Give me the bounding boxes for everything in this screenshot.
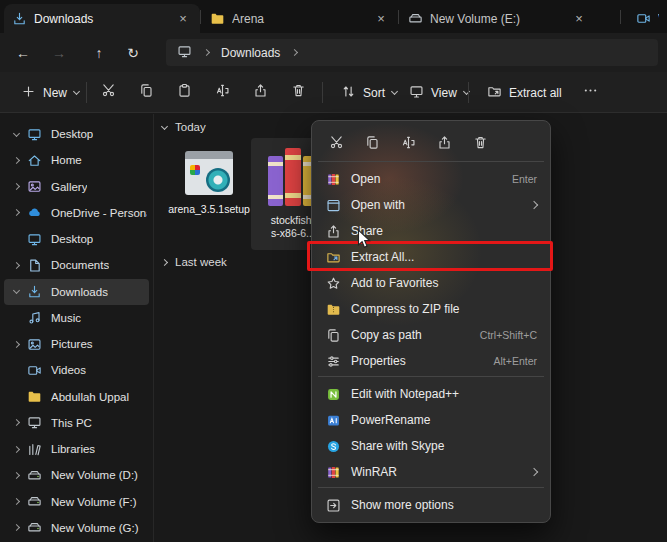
new-button[interactable]: New	[10, 79, 90, 106]
share-button[interactable]	[244, 79, 276, 106]
menu-item-share[interactable]: Share	[316, 218, 546, 244]
menu-item-show-more-options[interactable]: Show more options	[316, 492, 546, 518]
expand-chevron-icon[interactable]	[11, 158, 22, 163]
sidebar-item-home[interactable]: Home	[4, 147, 149, 173]
expand-chevron-icon[interactable]	[11, 184, 22, 189]
context-menu-quick-actions	[316, 125, 546, 159]
up-button[interactable]: ↑	[85, 40, 113, 66]
quick-delete-button[interactable]	[465, 128, 496, 156]
expand-chevron-icon[interactable]	[11, 473, 22, 478]
titlebar: Downloads×Arena×New Volume (E:)×Videos	[0, 0, 667, 33]
menu-item-edit-with-notepad[interactable]: Edit with Notepad++	[316, 381, 546, 407]
sort-button[interactable]: Sort	[330, 79, 408, 106]
sidebar-item-gallery[interactable]: Gallery	[4, 174, 149, 200]
menu-item-powerrename[interactable]: PowerRename	[316, 407, 546, 433]
paste-icon	[177, 83, 192, 102]
sidebar-item-label: Desktop	[51, 128, 93, 140]
menu-item-label: Properties	[351, 354, 484, 368]
quick-cut-button[interactable]	[321, 128, 352, 156]
plus-icon	[21, 84, 36, 102]
sidebar-item-new-volume-g[interactable]: New Volume (G:)	[4, 515, 149, 541]
sidebar-item-new-volume-d[interactable]: New Volume (D:)	[4, 462, 149, 488]
expand-chevron-icon[interactable]	[11, 447, 22, 452]
menu-item-extract-all[interactable]: Extract All...	[316, 244, 546, 270]
quick-copy-button[interactable]	[357, 128, 388, 156]
menu-item-winrar[interactable]: WinRAR	[316, 459, 546, 485]
rename-button[interactable]	[206, 79, 238, 106]
menu-item-add-to-favorites[interactable]: Add to Favorites	[316, 270, 546, 296]
ellipsis-icon	[583, 83, 598, 102]
command-bar: New Sort View Extract all	[0, 72, 667, 113]
extract-all-button[interactable]: Extract all	[476, 79, 573, 106]
menu-item-compress-to-zip-file[interactable]: Compress to ZIP file	[316, 296, 546, 322]
sidebar-item-videos[interactable]: Videos	[4, 357, 149, 383]
sidebar-item-label: Abdullah Uppal	[51, 391, 129, 403]
tab-videos[interactable]: Videos	[628, 4, 667, 33]
expand-chevron-icon[interactable]	[11, 525, 22, 530]
cut-button[interactable]	[92, 79, 124, 106]
tab-new-volume-e[interactable]: New Volume (E:)×	[400, 4, 596, 33]
sidebar-item-label: Gallery	[51, 181, 87, 193]
tab-downloads[interactable]: Downloads×	[4, 4, 200, 33]
expand-chevron-icon[interactable]	[11, 290, 22, 293]
quick-share-button[interactable]	[429, 128, 460, 156]
menu-item-copy-as-path[interactable]: Copy as pathCtrl+Shift+C	[316, 322, 546, 348]
menu-item-share-with-skype[interactable]: Share with Skype	[316, 433, 546, 459]
onedrive-icon	[27, 205, 46, 220]
tab-downloads-icon	[12, 11, 27, 26]
sidebar-item-label: New Volume (G:)	[51, 522, 139, 534]
sidebar-item-music[interactable]: Music	[4, 305, 149, 331]
address-bar[interactable]: Downloads	[166, 39, 658, 66]
more-options-button[interactable]	[574, 79, 606, 106]
tab-close-button[interactable]: ×	[372, 10, 390, 28]
menu-item-open[interactable]: OpenEnter	[316, 166, 546, 192]
videos-icon	[27, 363, 46, 378]
tab-folder-icon	[210, 11, 225, 26]
expand-chevron-icon[interactable]	[11, 263, 22, 268]
user-folder-icon	[27, 389, 46, 404]
quick-rename-button[interactable]	[393, 128, 424, 156]
expand-chevron-icon[interactable]	[11, 342, 22, 347]
tab-close-button[interactable]: ×	[570, 10, 588, 28]
paste-button[interactable]	[168, 79, 200, 106]
back-button[interactable]: ←	[9, 40, 37, 66]
sidebar-item-downloads[interactable]: Downloads	[4, 279, 149, 305]
section-header-last-week[interactable]: Last week	[162, 256, 227, 268]
sidebar-item-new-volume-f[interactable]: New Volume (F:)	[4, 489, 149, 515]
tab-arena[interactable]: Arena×	[202, 4, 398, 33]
chevron-down-icon	[391, 88, 398, 95]
breadcrumb-item-downloads[interactable]: Downloads	[221, 46, 280, 60]
tab-close-button[interactable]: ×	[174, 10, 192, 28]
section-label: Last week	[175, 256, 227, 268]
monitor-icon	[177, 44, 192, 62]
file-arena-setup[interactable]: arena_3.5.1setup	[166, 138, 252, 244]
expand-chevron-icon[interactable]	[11, 210, 22, 215]
sidebar-item-desktop[interactable]: Desktop	[4, 226, 149, 252]
chevron-down-icon	[73, 88, 80, 95]
menu-item-open-with[interactable]: Open with	[316, 192, 546, 218]
favorite-icon	[325, 276, 341, 291]
sidebar-item-label: Desktop	[51, 233, 93, 245]
breadcrumb-chevron-icon[interactable]	[291, 49, 298, 56]
expand-chevron-icon[interactable]	[11, 499, 22, 504]
sidebar-item-libraries[interactable]: Libraries	[4, 436, 149, 462]
refresh-button[interactable]: ↻	[119, 40, 147, 66]
libraries-icon	[27, 442, 46, 457]
sidebar-item-abdullah-uppal[interactable]: Abdullah Uppal	[4, 384, 149, 410]
menu-item-label: PowerRename	[351, 413, 537, 427]
sidebar-item-documents[interactable]: Documents	[4, 252, 149, 278]
section-label: Today	[175, 121, 206, 133]
expand-chevron-icon[interactable]	[11, 420, 22, 425]
delete-button[interactable]	[282, 79, 314, 106]
forward-button[interactable]: →	[45, 40, 73, 66]
sidebar-item-pictures[interactable]: Pictures	[4, 331, 149, 357]
section-header-today[interactable]: Today	[162, 121, 206, 133]
sidebar-item-this-pc[interactable]: This PC	[4, 410, 149, 436]
sidebar-item-onedrive-personal[interactable]: OneDrive - Personal	[4, 200, 149, 226]
copy-button[interactable]	[130, 79, 162, 106]
sidebar-item-desktop[interactable]: Desktop	[4, 121, 149, 147]
expand-chevron-icon[interactable]	[11, 133, 22, 136]
toolbar-separator	[322, 82, 323, 103]
menu-item-properties[interactable]: PropertiesAlt+Enter	[316, 348, 546, 374]
sort-button-label: Sort	[363, 86, 385, 100]
